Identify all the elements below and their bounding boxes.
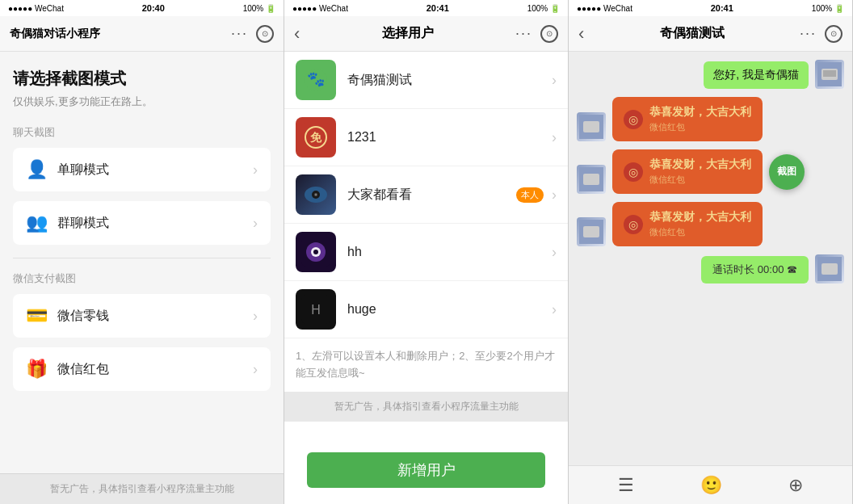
nav-dots-3[interactable]: ··· — [800, 25, 817, 42]
time-1: 20:40 — [142, 3, 165, 13]
wechat-wallet[interactable]: 💳 微信零钱 › — [13, 294, 271, 338]
battery-1: 100% 🔋 — [243, 4, 275, 13]
wallet-label: 微信零钱 — [57, 308, 243, 325]
single-chat-icon: 👤 — [26, 159, 48, 180]
avatar — [296, 174, 336, 215]
panel3-chat: ●●●●● WeChat 20:41 100% 🔋 ‹ 奇偶猫测试 ··· ⊙ … — [569, 0, 853, 504]
panel2-ad: 暂无广告，具体指引查看小程序流量主功能 — [284, 392, 568, 422]
single-chat-label: 单聊模式 — [57, 162, 243, 178]
avatar — [577, 165, 606, 194]
red-packet-text: 恭喜发财，大吉大利 微信红包 — [649, 158, 751, 186]
red-packet-icon: ◎ — [624, 110, 643, 129]
status-bar-3: ●●●●● WeChat 20:41 100% 🔋 — [569, 0, 852, 16]
list-item[interactable]: hh › — [284, 224, 568, 281]
nav-icons-1: ··· ⊙ — [231, 25, 274, 43]
single-chat-arrow: › — [253, 162, 258, 178]
svg-text:免: 免 — [309, 131, 322, 144]
red-packet-icon: ◎ — [624, 215, 643, 234]
user-arrow: › — [552, 244, 557, 261]
red-packet-text: 恭喜发财，大吉大利 微信红包 — [649, 105, 751, 133]
svg-rect-21 — [583, 174, 599, 185]
wallet-arrow: › — [253, 308, 258, 325]
chat-message: ◎ 恭喜发财，大吉大利 微信红包 — [577, 97, 844, 141]
group-chat-mode[interactable]: 👥 群聊模式 › — [13, 201, 271, 245]
signal-2: ●●●●● WeChat — [292, 4, 348, 13]
nav-title-1: 奇偶猫对话小程序 — [10, 27, 100, 41]
nav-dots-2[interactable]: ··· — [515, 25, 532, 42]
time-2: 20:41 — [426, 3, 449, 13]
emoji-icon[interactable]: 🙂 — [700, 475, 722, 496]
nav-bar-1: 奇偶猫对话小程序 ··· ⊙ — [0, 16, 284, 52]
user-arrow: › — [552, 187, 557, 204]
chat-toolbar: ☰ 🙂 ⊕ — [569, 465, 852, 504]
nav-circle-2[interactable]: ⊙ — [540, 25, 558, 43]
back-btn-3[interactable]: ‹ — [578, 23, 584, 44]
user-arrow: › — [552, 301, 557, 318]
red-packet-text: 恭喜发财，大吉大利 微信红包 — [649, 210, 751, 238]
red-packet-bubble: ◎ 恭喜发财，大吉大利 微信红包 — [612, 149, 763, 194]
panel2-select-user: ●●●●● WeChat 20:41 100% 🔋 ‹ 选择用户 ··· ⊙ 🐾… — [284, 0, 569, 504]
mode-heading: 请选择截图模式 — [13, 68, 271, 90]
panel1-select-mode: ●●●●● WeChat 20:40 100% 🔋 奇偶猫对话小程序 ··· ⊙… — [0, 0, 284, 504]
group-chat-label: 群聊模式 — [57, 215, 243, 232]
panel1-body: 请选择截图模式 仅供娱乐,更多功能正在路上。 聊天截图 👤 单聊模式 › 👥 群… — [0, 52, 284, 473]
user-arrow: › — [552, 72, 557, 89]
group-chat-arrow: › — [253, 215, 258, 232]
list-item[interactable]: 🐾 奇偶猫测试 › — [284, 52, 568, 109]
add-btn-container: 新增用户 — [284, 436, 568, 504]
menu-icon[interactable]: ☰ — [618, 475, 634, 496]
payment-section-label: 微信支付截图 — [13, 271, 271, 286]
time-3: 20:41 — [711, 3, 733, 13]
user-name: 1231 — [347, 130, 544, 145]
svg-point-8 — [315, 194, 317, 195]
user-name: 奇偶猫测试 — [347, 72, 544, 89]
signal-3: ●●●●● WeChat — [577, 4, 632, 13]
svg-text:H: H — [311, 303, 321, 317]
red-packet-icon: ◎ — [624, 162, 643, 182]
panel2-note: 1、左滑可以设置本人和删除用户；2、至少要2个用户才能互发信息哦~ — [284, 338, 568, 392]
message-bubble: 您好, 我是奇偶猫 — [704, 61, 809, 89]
back-btn-2[interactable]: ‹ — [294, 23, 300, 44]
avatar — [577, 217, 606, 246]
list-item[interactable]: H huge › — [284, 281, 568, 338]
user-name: huge — [347, 302, 544, 317]
add-icon[interactable]: ⊕ — [788, 475, 803, 496]
battery-2: 100% 🔋 — [527, 4, 560, 13]
redpacket-label: 微信红包 — [57, 361, 243, 378]
avatar — [815, 254, 844, 284]
add-user-button[interactable]: 新增用户 — [307, 452, 545, 488]
avatar: H — [296, 289, 336, 330]
wallet-icon: 💳 — [26, 305, 48, 326]
panel1-footer: 暂无广告，具体指引查看小程序流量主功能 — [0, 473, 284, 504]
user-badge: 本人 — [516, 187, 544, 203]
nav-circle-1[interactable]: ⊙ — [256, 25, 274, 43]
list-item[interactable]: 大家都看看 本人 › — [284, 166, 568, 224]
svg-point-12 — [313, 250, 318, 254]
avatar — [296, 232, 336, 272]
avatar — [577, 112, 606, 141]
battery-3: 100% 🔋 — [812, 4, 844, 13]
nav-dots-1[interactable]: ··· — [231, 25, 248, 42]
divider-1 — [13, 258, 271, 258]
avatar: 免 — [296, 117, 336, 158]
nav-circle-3[interactable]: ⊙ — [825, 25, 842, 43]
list-item[interactable]: 免 1231 › — [284, 109, 568, 166]
screenshot-btn-container: 截图 — [769, 154, 805, 190]
nav-title-3: 奇偶猫测试 — [660, 25, 725, 42]
nav-icons-3: ··· ⊙ — [800, 25, 842, 43]
svg-rect-17 — [823, 70, 836, 77]
svg-rect-25 — [821, 263, 838, 275]
screenshot-button[interactable]: 截图 — [769, 154, 805, 190]
nav-title-2: 选择用户 — [382, 25, 434, 42]
svg-text:🐾: 🐾 — [307, 70, 326, 88]
wechat-redpacket[interactable]: 🎁 微信红包 › — [13, 347, 271, 391]
user-name: hh — [347, 245, 544, 259]
nav-bar-3: ‹ 奇偶猫测试 ··· ⊙ — [569, 16, 852, 52]
red-packet-bubble: ◎ 恭喜发财，大吉大利 微信红包 — [612, 97, 763, 141]
svg-rect-19 — [583, 121, 599, 132]
red-packet-bubble: ◎ 恭喜发财，大吉大利 微信红包 — [612, 202, 763, 246]
chat-message: ◎ 恭喜发财，大吉大利 微信红包 截图 — [577, 149, 844, 194]
nav-icons-2: ··· ⊙ — [515, 25, 558, 43]
single-chat-mode[interactable]: 👤 单聊模式 › — [13, 148, 271, 191]
avatar: 🐾 — [296, 60, 336, 100]
